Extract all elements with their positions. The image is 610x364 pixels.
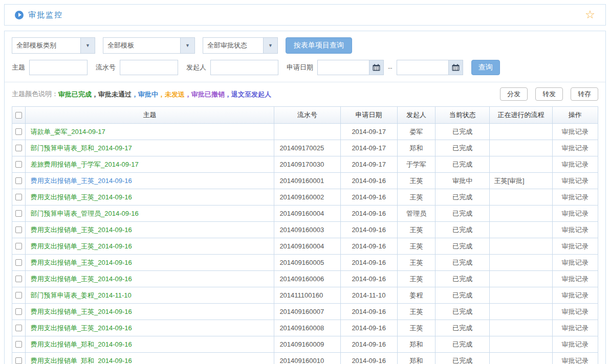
subject-link[interactable]: 费用支出报销单_王英_2014-09-16 [26,173,275,189]
status-cell: 已完成 [435,320,490,336]
approval-record-link[interactable]: 审批记录 [562,275,589,284]
subject-link[interactable]: 部门预算申请表_管理员_2014-09-16 [26,206,275,221]
chevron-down-icon[interactable]: ▼ [263,38,277,53]
approval-record-link[interactable]: 审批记录 [562,324,589,333]
subject-link[interactable]: 费用支出报销单_王英_2014-09-16 [26,255,275,270]
row-checkbox[interactable] [15,145,22,151]
approval-record-link[interactable]: 审批记录 [562,176,589,186]
row-checkbox-cell [12,140,26,156]
approval-record-link[interactable]: 审批记录 [562,225,589,235]
approval-status-select[interactable]: 全部审批状态 ▼ [203,37,278,54]
select-all-checkbox[interactable] [15,112,22,119]
chevron-down-icon[interactable]: ▼ [180,38,194,53]
subject-link[interactable]: 费用支出报销单_王英_2014-09-16 [26,304,275,320]
row-checkbox[interactable] [15,226,22,233]
action-cell: 审批记录 [553,206,598,221]
calendar-icon[interactable] [369,60,383,75]
date-cell: 2014-09-16 [341,173,398,189]
template-select[interactable]: 全部模板 ▼ [103,37,195,54]
page-header: 审批监控 ☆ [4,4,606,26]
template-category-select[interactable]: 全部模板类别 ▼ [12,37,95,54]
template-value: 全部模板 [103,38,180,53]
subject-link[interactable]: 费用支出报销单_王英_2014-09-16 [26,271,275,287]
initiator-cell: 王英 [398,238,435,254]
row-checkbox-cell [12,173,26,189]
serial-cell: 201409160004 [274,238,340,254]
search-button[interactable]: 查询 [471,60,500,75]
initiator-cell: 管理员 [398,206,435,221]
apply-date-label: 申请日期 [287,63,313,72]
action-cell: 审批记录 [553,124,598,140]
approval-record-link[interactable]: 审批记录 [562,291,589,300]
row-checkbox-cell [12,320,26,336]
subject-link[interactable]: 费用支出报销单_王英_2014-09-16 [26,320,275,336]
initiator-cell: 王英 [398,255,435,270]
row-checkbox[interactable] [15,292,22,299]
row-checkbox[interactable] [15,357,22,364]
subject-link[interactable]: 费用支出报销单_王英_2014-09-16 [26,189,275,205]
subject-link[interactable]: 部门预算申请表_郑和_2014-09-17 [26,140,275,156]
row-checkbox[interactable] [15,161,22,168]
calendar-icon[interactable] [448,60,463,75]
approval-record-link[interactable]: 审批记录 [562,193,589,202]
approval-record-link[interactable]: 审批记录 [562,356,589,364]
date-to-input[interactable] [397,60,448,75]
legend-item: ，审批未通过 [92,90,132,98]
action-cell: 审批记录 [553,173,598,189]
row-checkbox[interactable] [15,128,22,135]
subject-link[interactable]: 费用支出报销单_郑和_2014-09-16 [26,336,275,352]
serial-cell: 201409160005 [274,255,340,270]
date-from-input[interactable] [318,60,369,75]
row-checkbox[interactable] [15,194,22,200]
subject-link[interactable]: 费用支出报销单_王英_2014-09-16 [26,238,275,254]
col-header-action: 操作 [553,107,598,123]
approval-status-value: 全部审批状态 [203,38,263,53]
subject-link[interactable]: 部门预算申请表_姜程_2014-11-10 [26,287,275,303]
process-cell [490,206,552,221]
row-checkbox-cell [12,287,26,303]
action-cell: 审批记录 [553,189,598,205]
row-checkbox[interactable] [15,259,22,266]
table-row: 费用支出报销单_王英_2014-09-162014091600022014-09… [12,189,598,206]
initiator-label: 发起人 [186,63,206,72]
process-cell [490,304,552,320]
approval-record-link[interactable]: 审批记录 [562,144,589,153]
row-checkbox-cell [12,156,26,172]
initiator-input[interactable] [210,60,278,75]
row-checkbox[interactable] [15,276,22,282]
form-item-query-button[interactable]: 按表单项目查询 [286,37,352,54]
subject-link[interactable]: 请款单_娄军_2014-09-17 [26,124,275,140]
legend-item: 审批已完成 [58,90,92,98]
approval-record-link[interactable]: 审批记录 [562,242,589,251]
favorite-star-icon[interactable]: ☆ [585,9,595,20]
serial-input[interactable] [120,60,178,75]
action-button-转存[interactable]: 转存 [571,87,598,101]
action-button-分发[interactable]: 分发 [500,87,528,101]
row-checkbox[interactable] [15,341,22,348]
row-checkbox[interactable] [15,325,22,331]
table-row: 费用支出报销单_王英_2014-09-162014091600012014-09… [12,173,598,189]
chevron-down-icon[interactable]: ▼ [80,38,95,53]
approval-record-link[interactable]: 审批记录 [562,258,589,267]
row-checkbox[interactable] [15,210,22,217]
row-checkbox[interactable] [15,243,22,249]
subject-input[interactable] [29,60,88,75]
approval-record-link[interactable]: 审批记录 [562,340,589,349]
table-row: 费用支出报销单_郑和_2014-09-162014091600102014-09… [12,353,598,364]
row-checkbox[interactable] [15,177,22,184]
main-panel: 全部模板类别 ▼ 全部模板 ▼ 全部审批状态 ▼ 按表单项目查询 主题 流水号 … [4,31,606,364]
subject-link[interactable]: 差旅费用报销单_于学军_2014-09-17 [26,156,275,172]
approval-record-link[interactable]: 审批记录 [562,160,589,169]
approval-record-link[interactable]: 审批记录 [562,127,589,136]
approval-record-link[interactable]: 审批记录 [562,209,589,218]
filter-area: 全部模板类别 ▼ 全部模板 ▼ 全部审批状态 ▼ 按表单项目查询 主题 流水号 … [5,31,605,75]
action-button-转发[interactable]: 转发 [535,87,563,101]
serial-cell: 201409160007 [274,304,340,320]
approval-record-link[interactable]: 审批记录 [562,307,589,316]
subject-link[interactable]: 费用支出报销单_王英_2014-09-16 [26,222,275,238]
template-category-value: 全部模板类别 [12,38,80,53]
subject-link[interactable]: 费用支出报销单_郑和_2014-09-16 [26,353,275,364]
table-header-row: 主题 流水号 申请日期 发起人 当前状态 正在进行的流程 操作 [12,107,598,124]
serial-cell: 201409160006 [274,271,340,287]
row-checkbox[interactable] [15,308,22,315]
